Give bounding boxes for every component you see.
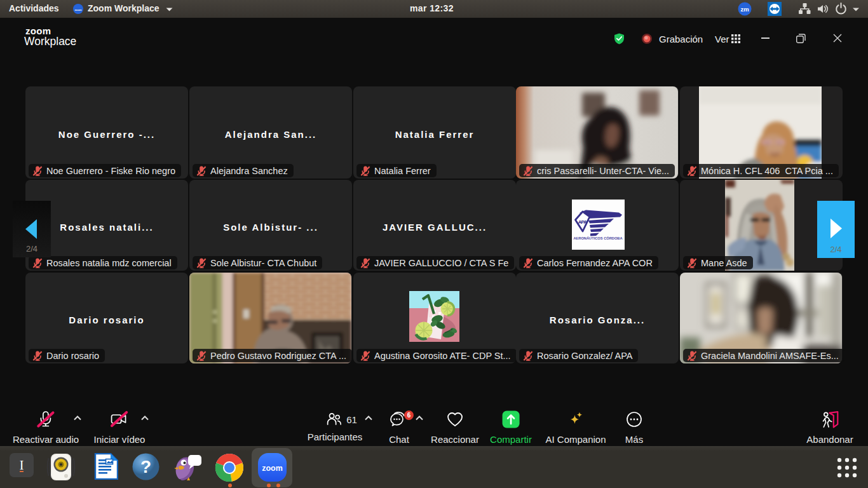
svg-text:I: I xyxy=(20,458,24,472)
svg-text:zoom: zoom xyxy=(74,8,81,11)
svg-text:AERONÁUTICOS CÓRDOBA: AERONÁUTICOS CÓRDOBA xyxy=(573,236,622,240)
svg-text:6: 6 xyxy=(407,412,411,419)
svg-text:APA: APA xyxy=(578,219,588,225)
svg-text:zm: zm xyxy=(740,6,749,13)
svg-text:?: ? xyxy=(140,457,151,477)
svg-text:zoom: zoom xyxy=(262,464,283,473)
